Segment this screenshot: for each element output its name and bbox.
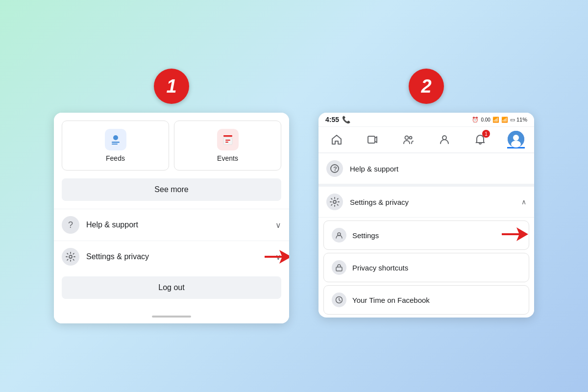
privacy-shortcuts-label: Privacy shortcuts xyxy=(352,264,408,272)
svg-rect-3 xyxy=(112,144,118,145)
nav-notifications-icon[interactable]: 1 xyxy=(471,131,489,148)
svg-point-14 xyxy=(442,136,446,140)
help-chevron-icon: ∨ xyxy=(275,220,281,230)
svg-point-1 xyxy=(113,135,118,140)
privacy-icon xyxy=(332,260,346,275)
svg-point-20 xyxy=(333,200,336,203)
help-support-label: Help & support xyxy=(86,220,275,229)
nav-bar: 1 xyxy=(318,127,534,153)
svg-rect-7 xyxy=(225,140,230,141)
signal-icon: 📶 xyxy=(492,117,499,123)
svg-rect-5 xyxy=(223,135,232,137)
svg-point-16 xyxy=(513,135,519,141)
feeds-icon xyxy=(105,129,126,150)
settings-chevron-up-icon: ∧ xyxy=(521,198,526,206)
panel-1-frame: Feeds Events See more xyxy=(54,113,289,323)
time-facebook-label: Your Time on Facebook xyxy=(352,296,430,304)
wifi-icon: 📶 xyxy=(501,117,508,123)
privacy-shortcuts-sub-item[interactable]: Privacy shortcuts xyxy=(323,253,529,282)
help-support-row-p2[interactable]: ? Help & support xyxy=(318,153,534,187)
time-icon xyxy=(332,293,346,307)
svg-rect-2 xyxy=(112,142,120,143)
settings-sub-icon xyxy=(332,228,346,243)
svg-rect-8 xyxy=(225,142,228,143)
panel-2-frame: 4:55 📞 ⏰ 0.00 📶 📶 ▭ 11% xyxy=(318,113,534,318)
main-container: 1 Feeds xyxy=(44,59,544,333)
svg-rect-6 xyxy=(223,138,232,145)
help-icon: ? xyxy=(62,216,79,234)
svg-point-17 xyxy=(511,141,521,147)
svg-point-9 xyxy=(69,255,72,258)
nav-menu-icon[interactable] xyxy=(507,131,525,148)
nav-friends-icon[interactable] xyxy=(399,131,417,148)
help-support-label-p2: Help & support xyxy=(350,165,526,173)
nav-video-icon[interactable] xyxy=(364,131,381,148)
settings-chevron-icon: ∨ xyxy=(275,252,281,262)
settings-privacy-expanded: Settings & privacy ∧ Settings xyxy=(318,187,534,315)
settings-privacy-label-p2: Settings & privacy xyxy=(350,198,521,206)
events-shortcut[interactable]: Events xyxy=(174,121,281,171)
nav-profile-icon[interactable] xyxy=(436,131,453,148)
step-1-panel: 1 Feeds xyxy=(54,69,289,323)
status-bar: 4:55 📞 ⏰ 0.00 📶 📶 ▭ 11% xyxy=(318,113,534,127)
svg-point-13 xyxy=(410,137,412,139)
settings-sub-item[interactable]: Settings xyxy=(323,220,529,250)
see-more-button[interactable]: See more xyxy=(62,178,281,201)
data-icon: 0.00 xyxy=(481,117,490,122)
events-label: Events xyxy=(217,154,238,162)
status-time: 4:55 📞 xyxy=(325,116,350,123)
settings-privacy-item[interactable]: Settings & privacy ∨ xyxy=(54,241,289,272)
settings-sub-label: Settings xyxy=(352,231,379,240)
scroll-indicator xyxy=(54,307,289,323)
settings-privacy-header[interactable]: Settings & privacy ∧ xyxy=(318,187,534,218)
step-2-badge: 2 xyxy=(409,69,444,104)
status-icons: ⏰ 0.00 📶 📶 ▭ 11% xyxy=(472,117,527,123)
notification-badge: 1 xyxy=(482,130,490,138)
user-avatar xyxy=(508,131,524,147)
settings-privacy-label: Settings & privacy xyxy=(86,252,275,261)
feeds-label: Feeds xyxy=(106,154,125,162)
help-icon-p2: ? xyxy=(326,160,343,177)
settings-icon xyxy=(62,248,79,266)
shortcuts-grid: Feeds Events xyxy=(54,113,289,178)
logout-button[interactable]: Log out xyxy=(62,276,281,299)
events-icon xyxy=(217,129,239,150)
svg-rect-23 xyxy=(336,267,342,271)
nav-home-icon[interactable] xyxy=(328,131,345,148)
svg-point-12 xyxy=(405,136,409,140)
time-facebook-sub-item[interactable]: Your Time on Facebook xyxy=(323,285,529,315)
svg-text:?: ? xyxy=(333,165,337,172)
battery-indicator: ▭ 11% xyxy=(510,117,527,123)
help-support-item[interactable]: ? Help & support ∨ xyxy=(54,209,289,241)
settings-gear-icon xyxy=(326,194,343,210)
step-1-badge: 1 xyxy=(154,69,189,104)
phone-icon: 📞 xyxy=(342,116,350,123)
alarm-icon: ⏰ xyxy=(472,117,479,123)
svg-rect-11 xyxy=(368,136,375,143)
step-2-panel: 2 4:55 📞 ⏰ 0.00 📶 📶 ▭ 11% xyxy=(318,69,534,318)
feeds-shortcut[interactable]: Feeds xyxy=(62,121,169,171)
scroll-bar xyxy=(152,316,191,318)
